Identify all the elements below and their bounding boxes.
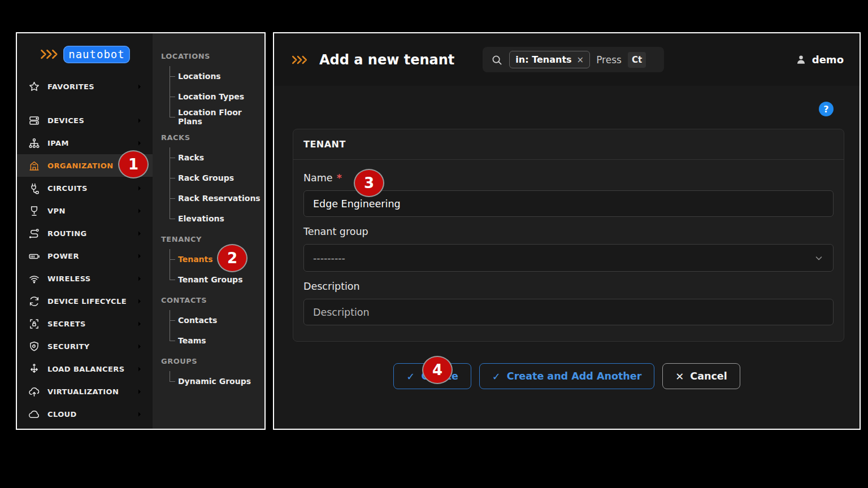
submenu-item-tenants[interactable]: Tenants (153, 249, 264, 269)
global-search[interactable]: in: Tenants × Press Ct (483, 47, 664, 72)
chevron-right-icon (135, 139, 144, 147)
keyboard-shortcut-badge: Ct (628, 52, 646, 68)
chevron-down-icon (814, 253, 824, 263)
triple-chevron-icon (291, 54, 309, 66)
name-input[interactable] (303, 190, 834, 217)
chevron-right-icon (135, 387, 144, 396)
page-title: Add a new tenant (319, 52, 454, 68)
required-asterisk: * (337, 172, 342, 184)
chip-close-icon[interactable]: × (577, 55, 584, 65)
submenu-item-teams[interactable]: Teams (153, 330, 264, 351)
tenant-group-value: --------- (313, 252, 345, 264)
chevron-right-icon (135, 365, 144, 373)
chevron-right-icon (135, 184, 144, 193)
top-bar: Add a new tenant in: Tenants × Press Ct … (274, 33, 860, 86)
plug-icon (28, 182, 40, 194)
submenu-item-location-types[interactable]: Location Types (153, 86, 264, 107)
tenant-form-card: TENANT Name * Tenant group --------- Des… (293, 129, 844, 342)
check-icon: ✓ (406, 371, 415, 382)
submenu-item-locations[interactable]: Locations (153, 66, 264, 86)
cancel-button[interactable]: ✕ Cancel (662, 363, 740, 389)
chevron-right-icon (135, 342, 144, 351)
arrows-cross-icon (28, 363, 40, 375)
organization-submenu: LOCATIONS Locations Location Types Locat… (153, 33, 264, 429)
route-icon (28, 228, 40, 239)
x-icon: ✕ (675, 371, 684, 382)
chevron-right-icon (135, 116, 144, 125)
sidebar-item-vpn[interactable]: VPN (17, 199, 153, 222)
search-icon (491, 54, 503, 66)
submenu-item-tenant-groups[interactable]: Tenant Groups (153, 269, 264, 290)
annotation-badge-2: 2 (217, 244, 248, 272)
submenu-item-rack-reservations[interactable]: Rack Reservations (153, 188, 264, 208)
form-section-title: TENANT (293, 129, 844, 160)
annotation-badge-3: 3 (354, 169, 384, 197)
battery-icon (28, 250, 40, 262)
user-menu[interactable]: demo (795, 54, 844, 66)
chevron-right-icon (135, 207, 144, 215)
chevron-right-icon (135, 274, 144, 283)
submenu-item-dynamic-groups[interactable]: Dynamic Groups (153, 371, 264, 391)
check-icon: ✓ (492, 371, 501, 382)
submenu-section-racks: RACKS (153, 127, 264, 147)
sidebar-item-wireless[interactable]: WIRELESS (17, 267, 153, 290)
description-label: Description (303, 281, 834, 292)
description-input[interactable] (303, 299, 834, 325)
building-icon (28, 160, 40, 172)
sidebar-item-cloud[interactable]: CLOUD (17, 403, 153, 425)
form-page: ? TENANT Name * Tenant group --------- D… (274, 86, 860, 429)
sidebar-item-power[interactable]: POWER (17, 245, 153, 267)
submenu-section-tenancy: TENANCY (153, 229, 264, 249)
nautobot-wordmark: nautobot (63, 46, 130, 63)
wifi-icon (28, 273, 40, 285)
submenu-item-rack-groups[interactable]: Rack Groups (153, 168, 264, 188)
submenu-section-groups: GROUPS (153, 351, 264, 371)
main-panel: Add a new tenant in: Tenants × Press Ct … (273, 32, 861, 430)
network-icon (28, 137, 40, 149)
sidebar-item-circuits[interactable]: CIRCUITS (17, 177, 153, 199)
sidebar-item-load-balancers[interactable]: LOAD BALANCERS (17, 358, 153, 380)
sidebar-item-favorites[interactable]: FAVORITES (17, 75, 153, 98)
submenu-item-elevations[interactable]: Elevations (153, 208, 264, 229)
create-and-add-another-button[interactable]: ✓ Create and Add Another (479, 363, 655, 389)
lock-brackets-icon (28, 318, 40, 330)
search-filter-chip[interactable]: in: Tenants × (509, 51, 590, 68)
submenu-item-location-floor-plans[interactable]: Location Floor Plans (153, 107, 264, 127)
tenant-group-label: Tenant group (303, 226, 834, 237)
chevron-right-icon (135, 410, 144, 419)
shield-flame-icon (28, 341, 40, 352)
person-icon (795, 54, 807, 66)
username: demo (812, 54, 844, 66)
sidebar-item-devices[interactable]: DEVICES (17, 109, 153, 132)
form-actions: ✓ Create ✓ Create and Add Another ✕ Canc… (274, 363, 860, 389)
nautobot-logo[interactable]: nautobot (17, 33, 153, 75)
triple-chevron-icon (40, 47, 60, 61)
search-hint: Press (596, 54, 622, 66)
annotation-badge-4: 4 (422, 356, 453, 384)
vpn-icon (28, 205, 40, 217)
help-icon[interactable]: ? (819, 102, 834, 116)
server-icon (28, 115, 40, 127)
chevron-right-icon (135, 297, 144, 306)
annotation-badge-1: 1 (118, 150, 149, 178)
sidebar-item-routing[interactable]: ROUTING (17, 222, 153, 245)
sidebar-item-virtualization[interactable]: VIRTUALIZATION (17, 380, 153, 403)
submenu-item-racks[interactable]: Racks (153, 147, 264, 168)
tenant-group-select[interactable]: --------- (303, 244, 834, 272)
chevron-right-icon (135, 82, 144, 91)
cloud-icon (28, 408, 40, 420)
chip-label: in: Tenants (515, 54, 571, 65)
sidebar-item-device-lifecycle[interactable]: DEVICE LIFECYCLE (17, 290, 153, 312)
submenu-section-locations: LOCATIONS (153, 46, 264, 66)
star-icon (28, 81, 40, 93)
sidebar: nautobot FAVORITES DEVICES IPAM ORGANIZA… (17, 33, 153, 429)
submenu-item-contacts[interactable]: Contacts (153, 310, 264, 330)
cloud-upload-icon (28, 386, 40, 398)
sidebar-item-secrets[interactable]: SECRETS (17, 312, 153, 335)
navigation-panel: nautobot FAVORITES DEVICES IPAM ORGANIZA… (16, 32, 266, 430)
sidebar-item-security[interactable]: SECURITY (17, 335, 153, 358)
chevron-right-icon (135, 320, 144, 328)
chevron-right-icon (135, 252, 144, 260)
submenu-section-contacts: CONTACTS (153, 290, 264, 310)
refresh-icon (28, 295, 40, 307)
